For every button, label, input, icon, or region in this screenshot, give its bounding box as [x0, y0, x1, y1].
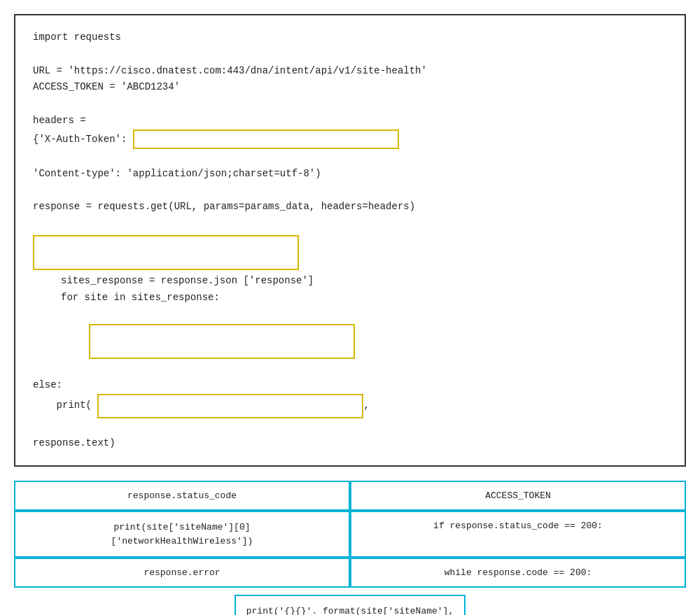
code-line-sites-response: sites_response = response.json ['respons… [33, 273, 667, 290]
print-comma: , [363, 397, 369, 414]
for-block-blank-container [33, 324, 667, 359]
if-block-blank-container [33, 235, 667, 270]
answer-option-6[interactable]: while response.code == 200: [350, 558, 686, 588]
answer-option-5[interactable]: response.error [14, 558, 350, 588]
code-line-headers: headers = [33, 113, 667, 129]
code-editor: import requests URL = 'https://cisco.dna… [14, 14, 686, 467]
answer-options-grid: response.status_code ACCESS_TOKEN print(… [14, 481, 686, 588]
if-block-blank[interactable] [33, 235, 299, 270]
code-line-response: response = requests.get(URL, params=para… [33, 199, 667, 215]
code-line-else: else: [33, 377, 667, 394]
answer-option-3[interactable]: print(site['siteName'][0]['networkHealth… [14, 511, 350, 558]
bottom-answer-row: print('{}{}'. format(site['siteName'],si… [14, 595, 686, 615]
code-line-for-site: for site in sites_response: [33, 290, 667, 306]
answer-option-4[interactable]: if response.status_code == 200: [350, 511, 686, 558]
code-line-1: import requests [33, 29, 667, 46]
code-line-print: print( , [33, 394, 667, 418]
answer-option-2[interactable]: ACCESS_TOKEN [350, 481, 686, 511]
code-line-url: URL = 'https://cisco.dnatest.com:443/dna… [33, 63, 667, 80]
print-blank[interactable] [97, 394, 363, 418]
code-line-xauth: {'X-Auth-Token': [33, 129, 667, 149]
print-before: print( [33, 397, 97, 414]
answer-option-1[interactable]: response.status_code [14, 481, 350, 511]
code-line-content-type: 'Content-type': 'application/json;charse… [33, 166, 667, 183]
code-line-token: ACCESS_TOKEN = 'ABCD1234' [33, 79, 667, 96]
for-block-blank[interactable] [89, 324, 355, 359]
xauth-input-blank[interactable] [133, 129, 399, 149]
answer-option-7[interactable]: print('{}{}'. format(site['siteName'],si… [234, 595, 465, 615]
code-line-response-text: response.text) [33, 435, 667, 452]
